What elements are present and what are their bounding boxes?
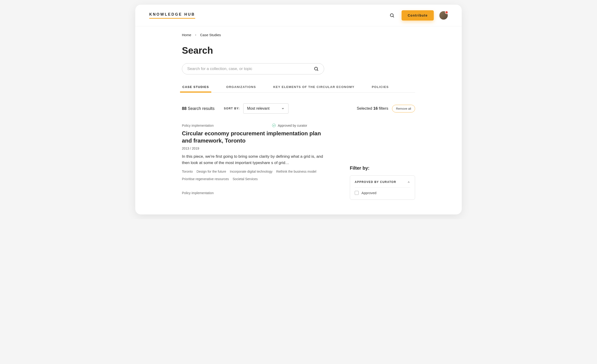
approved-badge: Approved by curator xyxy=(272,123,307,127)
header-actions: Contribute xyxy=(388,10,448,21)
filter-title: Filter by: xyxy=(350,166,415,171)
tab-key-elements[interactable]: KEY ELEMENTS OF THE CIRCULAR ECONOMY xyxy=(273,83,355,92)
result-meta: Policy implementation Approved by curato… xyxy=(182,123,327,127)
results-column: Policy implementation Approved by curato… xyxy=(182,123,327,205)
svg-line-3 xyxy=(317,70,318,71)
result-tag[interactable]: Prioritise regenerative resources xyxy=(182,177,229,181)
chevron-down-icon xyxy=(281,107,284,110)
search-input[interactable] xyxy=(187,66,314,71)
tab-organizations[interactable]: ORGANIZATIONS xyxy=(226,83,257,92)
result-tag[interactable]: Societal Services xyxy=(233,177,258,181)
breadcrumb-home[interactable]: Home xyxy=(182,33,191,37)
search-icon xyxy=(389,13,395,18)
results-count-label: Search results xyxy=(188,106,215,111)
sort-group: SORT BY: Most relevant xyxy=(224,103,289,114)
filter-box: APPROVED BY CURATOR Approved xyxy=(350,175,415,200)
main-row: Policy implementation Approved by curato… xyxy=(182,123,415,205)
logo[interactable]: KNOWLEDGE HUB xyxy=(149,12,195,19)
breadcrumb-current: Case Studies xyxy=(200,33,221,37)
result-category: Policy implementation xyxy=(182,191,214,195)
result-category: Policy implementation xyxy=(182,124,214,127)
app-window: KNOWLEDGE HUB Contribute Home Case Studi… xyxy=(135,5,462,214)
selected-filters: Selected 16 filters xyxy=(357,106,388,111)
results-left: 88 Search results SORT BY: Most relevant xyxy=(182,103,289,114)
checkbox[interactable] xyxy=(355,191,359,195)
result-item: Policy implementation Approved by curato… xyxy=(182,123,327,181)
results-right: Selected 16 filters Remove all xyxy=(357,105,415,112)
result-tags: Toronto Design for the future Incorporat… xyxy=(182,170,327,181)
filter-group-header[interactable]: APPROVED BY CURATOR xyxy=(355,180,410,188)
breadcrumb: Home Case Studies xyxy=(182,33,415,37)
filter-option-label: Approved xyxy=(361,191,376,195)
search-icon-button[interactable] xyxy=(388,11,396,19)
svg-point-0 xyxy=(390,14,393,17)
result-excerpt: In this piece, we're first going to brin… xyxy=(182,154,327,166)
svg-point-4 xyxy=(272,124,276,127)
chevron-up-icon xyxy=(407,181,410,184)
sort-value: Most relevant xyxy=(247,106,270,111)
result-meta: Policy implementation xyxy=(182,191,327,195)
filter-option[interactable]: Approved xyxy=(355,191,410,195)
selected-prefix: Selected xyxy=(357,106,372,111)
results-count-number: 88 xyxy=(182,106,187,111)
result-title[interactable]: Circular economy procurement implementat… xyxy=(182,130,327,144)
approved-label: Approved by curator xyxy=(278,124,307,127)
selected-count: 16 xyxy=(373,106,378,111)
filter-column: Filter by: APPROVED BY CURATOR Approved xyxy=(350,123,415,205)
result-date: 2013 / 2019 xyxy=(182,147,327,150)
search-bar[interactable] xyxy=(182,63,324,74)
result-tag[interactable]: Incorporate digital technology xyxy=(230,170,273,173)
result-tag[interactable]: Design for the future xyxy=(196,170,226,173)
content: Home Case Studies Search CASE STUDIES OR… xyxy=(135,26,462,214)
result-item: Policy implementation xyxy=(182,191,327,195)
result-tag[interactable]: Rethink the business model xyxy=(276,170,316,173)
chevron-right-icon xyxy=(195,33,197,37)
selected-suffix: filters xyxy=(379,106,388,111)
tabs: CASE STUDIES ORGANIZATIONS KEY ELEMENTS … xyxy=(182,83,415,93)
result-tag[interactable]: Toronto xyxy=(182,170,193,173)
avatar[interactable] xyxy=(439,11,448,20)
tab-case-studies[interactable]: CASE STUDIES xyxy=(182,83,209,92)
remove-all-button[interactable]: Remove all xyxy=(392,105,415,112)
sort-label: SORT BY: xyxy=(224,107,240,110)
tab-policies[interactable]: POLICIES xyxy=(371,83,389,92)
results-count: 88 Search results xyxy=(182,106,215,111)
svg-line-1 xyxy=(393,16,394,17)
header: KNOWLEDGE HUB Contribute xyxy=(135,5,462,26)
page-title: Search xyxy=(182,45,415,56)
filter-group-label: APPROVED BY CURATOR xyxy=(355,180,396,184)
contribute-button[interactable]: Contribute xyxy=(401,10,434,21)
sort-select[interactable]: Most relevant xyxy=(243,103,289,114)
svg-point-2 xyxy=(314,67,318,70)
search-icon xyxy=(314,66,319,71)
results-header: 88 Search results SORT BY: Most relevant… xyxy=(182,103,415,114)
check-circle-icon xyxy=(272,123,276,127)
